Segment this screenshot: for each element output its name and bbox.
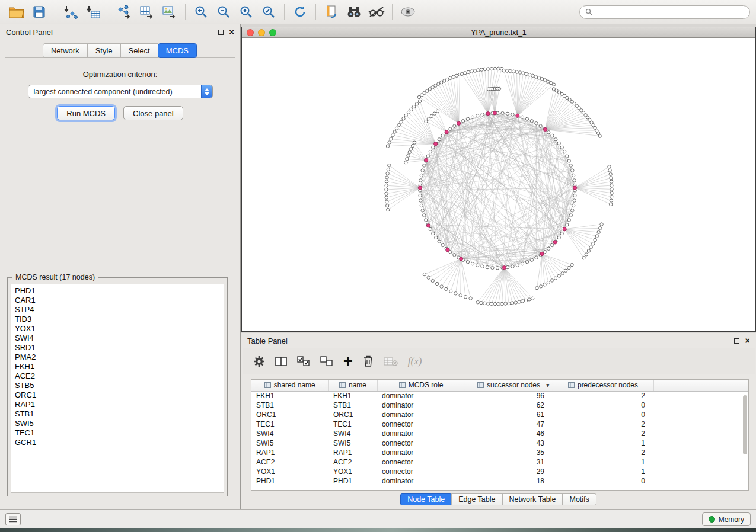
tab-network-table[interactable]: Network Table: [502, 493, 563, 505]
memory-button[interactable]: Memory: [702, 512, 751, 526]
cell-role[interactable]: dominator: [377, 476, 465, 486]
mcds-result-item[interactable]: SWI4: [15, 334, 220, 343]
cell-role[interactable]: connector: [377, 457, 465, 467]
table-settings-button[interactable]: [253, 352, 265, 370]
cell-name[interactable]: RAP1: [328, 448, 377, 457]
column-header-name[interactable]: name: [328, 380, 377, 391]
cell-shared-name[interactable]: SWI5: [251, 438, 328, 448]
cell-shared-name[interactable]: PHD1: [251, 476, 328, 486]
mcds-result-item[interactable]: GCR1: [15, 438, 220, 447]
cell-predecessor-nodes[interactable]: 0: [553, 410, 653, 419]
zoom-out-button[interactable]: [213, 2, 234, 21]
tab-network[interactable]: Network: [43, 43, 88, 58]
cell-shared-name[interactable]: YOX1: [251, 467, 328, 476]
cell-role[interactable]: dominator: [377, 410, 465, 419]
cell-predecessor-nodes[interactable]: 2: [553, 391, 653, 400]
node-table-row[interactable]: ORC1ORC1dominator610: [251, 410, 748, 419]
cell-shared-name[interactable]: ORC1: [251, 410, 328, 419]
cell-successor-nodes[interactable]: 31: [465, 457, 553, 467]
cell-name[interactable]: FKH1: [328, 391, 377, 400]
mcds-result-item[interactable]: STB1: [15, 409, 220, 419]
select-all-columns-button[interactable]: [297, 352, 310, 370]
cell-role[interactable]: dominator: [377, 391, 465, 400]
network-titlebar[interactable]: YPA_prune.txt_1: [242, 27, 755, 38]
close-panel-icon[interactable]: ×: [745, 338, 750, 344]
scrollbar-thumb[interactable]: [743, 395, 747, 454]
cell-role[interactable]: dominator: [377, 400, 465, 410]
cell-predecessor-nodes[interactable]: 1: [553, 457, 653, 467]
cell-shared-name[interactable]: ACE2: [251, 457, 328, 467]
delete-table-button[interactable]: [384, 352, 398, 370]
show-columns-button[interactable]: [275, 352, 287, 370]
mcds-result-item[interactable]: ACE2: [15, 371, 220, 381]
node-table-row[interactable]: SWI5SWI5connector431: [251, 438, 748, 448]
task-history-button[interactable]: [5, 513, 21, 525]
cell-name[interactable]: SWI4: [328, 429, 377, 438]
cell-predecessor-nodes[interactable]: 1: [553, 467, 653, 476]
unselect-all-columns-button[interactable]: [320, 352, 333, 370]
tab-style[interactable]: Style: [87, 43, 121, 58]
traffic-light-minimize[interactable]: [258, 29, 265, 36]
cell-shared-name[interactable]: RAP1: [251, 448, 328, 457]
tab-mcds[interactable]: MCDS: [158, 43, 197, 58]
node-table-row[interactable]: RAP1RAP1dominator352: [251, 448, 748, 457]
cell-role[interactable]: connector: [377, 419, 465, 429]
float-panel-icon[interactable]: [218, 30, 224, 35]
cell-successor-nodes[interactable]: 47: [465, 419, 553, 429]
import-network-button[interactable]: [60, 2, 81, 21]
column-header-shared-name[interactable]: shared name: [251, 380, 328, 391]
export-image-button[interactable]: [159, 2, 180, 21]
tab-node-table[interactable]: Node Table: [400, 493, 452, 505]
cell-predecessor-nodes[interactable]: 2: [553, 429, 653, 438]
tab-select[interactable]: Select: [120, 43, 158, 58]
mcds-result-item[interactable]: STP4: [15, 305, 220, 315]
close-panel-button[interactable]: Close panel: [123, 106, 183, 120]
tab-motifs[interactable]: Motifs: [562, 493, 596, 505]
cell-successor-nodes[interactable]: 96: [465, 391, 553, 400]
cell-name[interactable]: PHD1: [328, 476, 377, 486]
node-table-row[interactable]: YOX1YOX1connector291: [251, 467, 748, 476]
float-panel-icon[interactable]: [734, 338, 739, 344]
network-snapshot-button[interactable]: [321, 2, 342, 21]
network-view[interactable]: [242, 38, 755, 331]
close-panel-icon[interactable]: ×: [229, 29, 234, 35]
cell-successor-nodes[interactable]: 46: [465, 429, 553, 438]
node-table-row[interactable]: STB1STB1dominator620: [251, 400, 748, 410]
mcds-result-item[interactable]: SWI5: [15, 419, 220, 428]
mcds-result-item[interactable]: YOX1: [15, 324, 220, 334]
mcds-result-item[interactable]: FKH1: [15, 362, 220, 371]
cell-name[interactable]: SWI5: [328, 438, 377, 448]
cell-name[interactable]: ACE2: [328, 457, 377, 467]
function-builder-button[interactable]: f(x): [408, 352, 422, 370]
cell-predecessor-nodes[interactable]: 0: [553, 476, 653, 486]
node-table-row[interactable]: TEC1TEC1connector472: [251, 419, 748, 429]
mcds-result-list[interactable]: PHD1CAR1STP4TID3YOX1SWI4SRD1PMA2FKH1ACE2…: [11, 284, 224, 493]
import-table-button[interactable]: [82, 2, 104, 21]
refresh-button[interactable]: [289, 2, 311, 21]
column-header-predecessor-nodes[interactable]: predecessor nodes: [553, 380, 653, 391]
cell-role[interactable]: connector: [377, 467, 465, 476]
open-session-button[interactable]: [6, 2, 27, 21]
cell-predecessor-nodes[interactable]: 2: [553, 419, 653, 429]
create-column-button[interactable]: +: [343, 352, 353, 370]
mcds-result-item[interactable]: PHD1: [15, 286, 220, 296]
table-scrollbar[interactable]: [742, 393, 748, 488]
mcds-result-item[interactable]: RAP1: [15, 400, 220, 409]
cell-predecessor-nodes[interactable]: 0: [553, 400, 653, 410]
cell-name[interactable]: YOX1: [328, 467, 377, 476]
find-button[interactable]: [343, 2, 365, 21]
cell-shared-name[interactable]: FKH1: [251, 391, 328, 400]
toggle-graphics-details-button[interactable]: [366, 2, 387, 21]
mcds-result-item[interactable]: TID3: [15, 315, 220, 324]
traffic-light-maximize[interactable]: [269, 29, 276, 36]
search-box[interactable]: [579, 5, 750, 19]
mcds-result-item[interactable]: PMA2: [15, 352, 220, 362]
cell-name[interactable]: STB1: [328, 400, 377, 410]
column-header-mcds-role[interactable]: MCDS role: [377, 380, 465, 391]
cell-predecessor-nodes[interactable]: 2: [553, 448, 653, 457]
mcds-result-item[interactable]: STB5: [15, 381, 220, 390]
cell-successor-nodes[interactable]: 18: [465, 476, 553, 486]
traffic-light-close[interactable]: [247, 29, 254, 36]
mcds-result-item[interactable]: TEC1: [15, 428, 220, 438]
mcds-result-item[interactable]: ORC1: [15, 390, 220, 400]
